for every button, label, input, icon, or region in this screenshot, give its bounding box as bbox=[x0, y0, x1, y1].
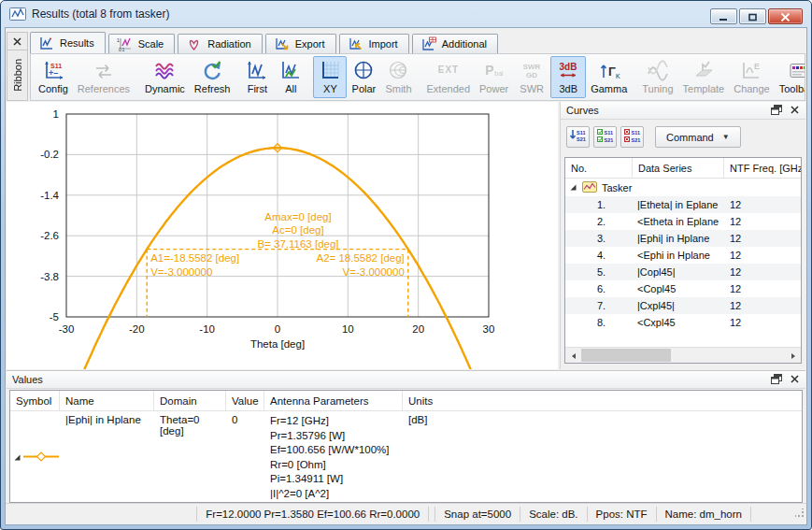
check-all-series-button[interactable]: S11S21 bbox=[593, 126, 617, 148]
svg-text:S21: S21 bbox=[632, 137, 641, 143]
data-series-row--cxpl45-[interactable]: 7.|Cxpl45|12 bbox=[565, 297, 801, 314]
radiation-pattern-chart[interactable]: 1-0.2-1.4-2.6-3.8-5-30-20-100102030Theta… bbox=[7, 102, 558, 369]
column-domain[interactable]: Domain bbox=[154, 391, 226, 410]
values-table-header: Symbol Name Domain Value Antenna Paramet… bbox=[10, 391, 802, 411]
toolbar-button-label: All bbox=[285, 83, 296, 95]
toolbar-toolbars-button[interactable]: Toolbars bbox=[775, 56, 805, 98]
toolbar-button-label: Change bbox=[734, 83, 770, 95]
ribbon-strip: Ribbon bbox=[7, 32, 28, 101]
gamma-icon: ΓK bbox=[597, 59, 621, 83]
maximize-button[interactable] bbox=[739, 8, 766, 24]
curves-panel-title: Curves bbox=[566, 105, 599, 116]
close-panel-button[interactable] bbox=[787, 104, 802, 118]
xy-icon bbox=[318, 59, 342, 83]
data-series-row--ephi-in-hplane[interactable]: 4.<Ephi in Hplane12 bbox=[565, 247, 801, 264]
close-button[interactable] bbox=[768, 8, 803, 24]
arrow-right-icon bbox=[791, 347, 796, 364]
status-snap: Snap at=5000 bbox=[434, 507, 520, 522]
expander-icon[interactable] bbox=[13, 452, 21, 464]
column-antenna-parameters[interactable]: Antenna Parameters bbox=[264, 391, 403, 410]
antenna-parameter: Ef=100.656 [W/W*100%] bbox=[270, 443, 397, 458]
maximize-icon bbox=[748, 8, 758, 25]
uncheck-all-series-button[interactable]: S11S21 bbox=[620, 126, 644, 148]
tab-results[interactable]: Results bbox=[30, 32, 106, 53]
values-row[interactable]: |Ephi| in Hplane Theta=0 [deg] 0 Fr=12 [… bbox=[10, 411, 802, 501]
scrollbar-thumb[interactable] bbox=[581, 349, 671, 362]
close-icon bbox=[791, 374, 799, 385]
arrow-left-icon bbox=[571, 347, 577, 364]
tab-additional[interactable]: Additional bbox=[412, 34, 498, 53]
ntf-freq: 12 bbox=[724, 317, 801, 328]
toolbar-dynamic-button[interactable]: Dynamic bbox=[140, 56, 190, 98]
data-series-row--copl45-[interactable]: 5.|Copl45|12 bbox=[565, 264, 801, 280]
tab-import[interactable]: Import bbox=[339, 34, 409, 53]
column-data-series[interactable]: Data Series bbox=[633, 158, 724, 178]
row-number: 7. bbox=[565, 300, 633, 311]
toolbar-3db-button[interactable]: 3dB3dB bbox=[550, 56, 586, 98]
command-dropdown[interactable]: Command ▼ bbox=[655, 126, 741, 148]
scroll-left-arrow[interactable] bbox=[565, 348, 581, 363]
tab-radiation[interactable]: Radiation bbox=[178, 34, 262, 53]
horizontal-scrollbar[interactable] bbox=[565, 347, 801, 363]
import-series-icon: S11S21 bbox=[569, 128, 587, 147]
series-name: |Ephi| in Hplane bbox=[60, 414, 154, 501]
import-data-series-button[interactable]: S11S21 bbox=[566, 126, 590, 148]
row-number: 3. bbox=[565, 233, 633, 244]
window-title: Results (total 8 from tasker) bbox=[32, 7, 169, 21]
series-name: |Copl45| bbox=[633, 266, 724, 278]
status-empty-pane bbox=[750, 507, 793, 522]
y-tick-label: -2.6 bbox=[40, 230, 59, 241]
column-symbol[interactable]: Symbol bbox=[10, 391, 60, 410]
y-tick-label: -0.2 bbox=[40, 149, 59, 160]
column-value[interactable]: Value bbox=[226, 391, 264, 410]
all-icon bbox=[278, 59, 303, 83]
svg-text:3dB: 3dB bbox=[560, 62, 577, 72]
toolbar-polar-button[interactable]: Polar bbox=[347, 56, 380, 98]
resize-grip[interactable] bbox=[793, 507, 806, 522]
toolbar-refresh-button[interactable]: Refresh bbox=[190, 56, 235, 98]
svg-text:P: P bbox=[485, 63, 493, 78]
svg-text:K: K bbox=[616, 73, 620, 79]
float-panel-button[interactable] bbox=[769, 373, 784, 387]
ribbon-close-button[interactable] bbox=[7, 33, 27, 50]
y-tick-label: -5 bbox=[50, 311, 59, 322]
svg-text:EXT: EXT bbox=[438, 64, 459, 75]
data-series-row--copl45[interactable]: 6.<Copl4512 bbox=[565, 280, 801, 297]
column-units[interactable]: Units bbox=[403, 391, 802, 410]
column-name[interactable]: Name bbox=[60, 391, 154, 410]
check-series-icon: S11S21 bbox=[596, 128, 614, 147]
tree-group-tasker[interactable]: Tasker bbox=[565, 179, 801, 196]
toolbar-gamma-button[interactable]: ΓKGamma bbox=[586, 56, 632, 98]
scrollbar-track[interactable] bbox=[581, 348, 785, 363]
data-series-row--cxpl45[interactable]: 8.<Cxpl4512 bbox=[565, 314, 801, 331]
toolbar-first-button[interactable]: First bbox=[240, 56, 274, 98]
radiation-tab-icon bbox=[186, 36, 202, 51]
svg-text:S11: S11 bbox=[632, 130, 640, 136]
dynamic-icon bbox=[152, 59, 177, 83]
toolbar-xy-button[interactable]: XY bbox=[313, 56, 347, 98]
curves-table-header: No. Data Series NTF Freq. [GHz] bbox=[565, 158, 801, 179]
expander-icon[interactable] bbox=[569, 182, 577, 193]
toolbar-button-label: XY bbox=[323, 83, 337, 95]
minimize-button[interactable] bbox=[710, 8, 737, 24]
scroll-right-arrow[interactable] bbox=[785, 348, 801, 363]
float-panel-button[interactable] bbox=[769, 104, 784, 118]
data-series-row--etheta-in-eplane[interactable]: 1.|Etheta| in Eplane12 bbox=[565, 196, 801, 213]
toolbar-config-button[interactable]: S11+–Config bbox=[34, 56, 73, 98]
tab-bar: Results10.1ScaleRadiationExportImportAdd… bbox=[30, 33, 501, 53]
annotation-text: A1=-18.5582 [deg] bbox=[150, 252, 239, 264]
close-panel-button[interactable] bbox=[787, 373, 802, 387]
column-ntf-freq[interactable]: NTF Freq. [GHz] bbox=[724, 158, 801, 178]
toolbar-smith-button: Smith bbox=[380, 56, 416, 98]
data-series-row--ephi-in-hplane[interactable]: 3.|Ephi| in Hplane12 bbox=[565, 230, 801, 247]
status-bar: Fr=12.0000 Pr=1.3580 Ef=100.66 Rr=0.0000… bbox=[6, 503, 806, 524]
tab-export[interactable]: Export bbox=[265, 34, 336, 53]
toolbar-button-label: Template bbox=[683, 83, 725, 95]
column-no[interactable]: No. bbox=[565, 158, 633, 178]
data-series-row--etheta-in-eplane[interactable]: 2.<Etheta in Eplane12 bbox=[565, 213, 801, 230]
results-window: Results (total 8 from tasker) Ribbon Res… bbox=[0, 0, 812, 530]
ntf-freq: 12 bbox=[724, 199, 801, 210]
toolbar-all-button[interactable]: All bbox=[274, 56, 307, 98]
annotation-text: Ac=0 [deg] bbox=[272, 224, 323, 236]
tab-scale[interactable]: 10.1Scale bbox=[108, 34, 176, 53]
